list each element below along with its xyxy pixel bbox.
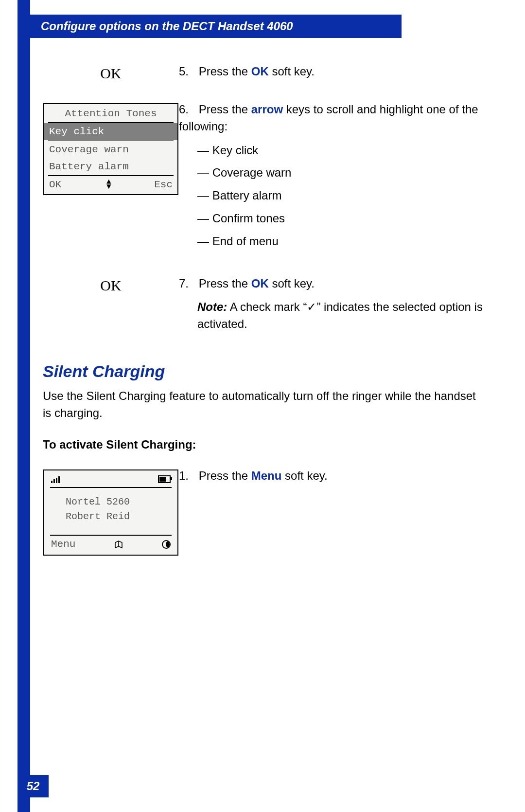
step-7-text: 7. Press the OK soft key. Note: A check … [179,275,485,333]
step-5: OK 5. Press the OK soft key. [43,63,485,82]
handset-menu-item: Coverage warn [44,141,177,158]
step-5-text-a: Press the [199,65,251,78]
left-margin-bar [18,0,30,812]
step-7-key-label: OK [43,275,179,294]
step-7-text-a: Press the [199,277,251,290]
step-1b-text-b: soft key. [281,469,327,482]
step-6-number: 6. [179,101,195,118]
check-icon: ✓ [307,300,316,313]
handset-soft-right: Esc [154,179,173,190]
handset-soft-left: OK [49,179,61,190]
step-5-text: 5. Press the OK soft key. [179,63,485,80]
page-number: 52 [18,775,49,797]
idle-soft-left: Menu [51,539,75,550]
step-6-arrow: arrow [251,103,283,116]
page-content: OK 5. Press the OK soft key. Attention T… [43,63,485,575]
step-5-number: 5. [179,63,195,80]
step-5-ok: OK [251,65,269,78]
step-7: OK 7. Press the OK soft key. Note: A che… [43,275,485,333]
step-5-key-label: OK [43,63,179,82]
step-1b: Nortel 5260 Robert Reid Menu 1. Press th… [43,468,485,556]
note-label: Note: [197,300,227,313]
step-1b-screen-wrap: Nortel 5260 Robert Reid Menu [43,468,179,556]
idle-line1: Nortel 5260 [66,495,177,509]
updown-arrow-icon: ▲▼ [106,180,109,189]
contrast-icon [162,540,171,549]
step-7-note: Note: A check mark “✓” indicates the sel… [179,299,485,333]
page-header-title: Configure options on the DECT Handset 40… [41,19,293,33]
step-6-options: Key click Coverage warn Battery alarm Co… [179,142,485,250]
idle-softkeys: Menu [44,536,177,555]
step-7-ok: OK [251,277,269,290]
phonebook-icon [114,540,123,549]
signal-icon [51,476,60,483]
step-7-number: 7. [179,275,195,292]
section-heading: Silent Charging [43,362,485,381]
note-a: A check mark “ [227,300,307,313]
handset-menu-item: Battery alarm [44,158,177,175]
step-6-option: Key click [179,142,485,159]
step-6-text-a: Press the [199,103,251,116]
step-6-screen-wrap: Attention Tones Key click Coverage warn … [43,101,179,195]
step-6-text: 6. Press the arrow keys to scroll and hi… [179,101,485,256]
step-6: Attention Tones Key click Coverage warn … [43,101,485,256]
handset-idle-screen: Nortel 5260 Robert Reid Menu [43,469,178,556]
step-5-text-b: soft key. [269,65,315,78]
step-6-option: Battery alarm [179,187,485,204]
idle-line2: Robert Reid [66,509,177,524]
step-6-option: Coverage warn [179,164,485,181]
step-6-option: Confirm tones [179,210,485,227]
step-1b-text-a: Press the [199,469,251,482]
idle-body: Nortel 5260 Robert Reid [44,488,177,534]
step-1b-text: 1. Press the Menu soft key. [179,468,485,485]
step-7-text-b: soft key. [269,277,315,290]
battery-icon [158,475,171,483]
section-activate: To activate Silent Charging: [43,436,485,453]
handset-softkeys: OK ▲▼ Esc [44,176,177,194]
section-intro: Use the Silent Charging feature to autom… [43,388,485,422]
handset-menu-title: Attention Tones [44,104,177,122]
handset-menu-item-selected: Key click [44,123,177,140]
step-1b-menu: Menu [251,469,282,482]
page-header: Configure options on the DECT Handset 40… [18,15,402,38]
step-6-option: End of menu [179,233,485,250]
step-1b-number: 1. [179,468,195,485]
idle-status-bar [44,470,177,486]
handset-menu-screen: Attention Tones Key click Coverage warn … [43,103,178,195]
